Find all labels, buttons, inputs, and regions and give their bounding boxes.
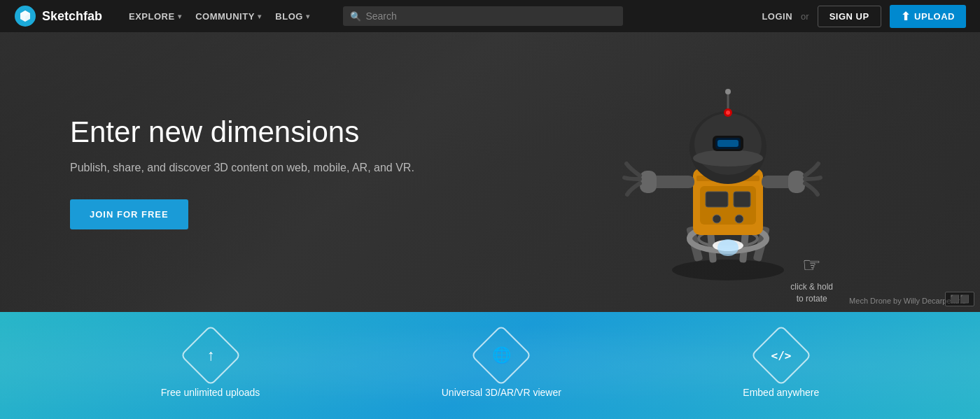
logo-text: Sketchfab (42, 9, 102, 24)
hero-title: Enter new dimensions (70, 115, 414, 150)
community-nav-link[interactable]: COMMUNITY ▾ (190, 11, 267, 22)
uploads-label: Free unlimited uploads (161, 387, 260, 398)
svg-point-1 (672, 260, 784, 280)
uploads-icon-container: ↑ (180, 325, 241, 386)
rotate-hint: ☞ click & hold to rotate (790, 250, 833, 305)
feature-uploads: ↑ Free unlimited uploads (161, 334, 260, 398)
upload-button[interactable]: ⬆ UPLOAD (890, 5, 966, 28)
search-input[interactable] (343, 6, 623, 26)
hero-section: Enter new dimensions Publish, share, and… (0, 32, 980, 312)
features-section: ↑ Free unlimited uploads 🌐 Universal 3D/… (0, 312, 980, 419)
sketchfab-logo-icon (14, 5, 36, 27)
signup-button[interactable]: SIGN UP (818, 6, 881, 27)
explore-nav-link[interactable]: EXPLORE ▾ (123, 11, 187, 22)
blog-nav-link[interactable]: BLOG ▾ (270, 11, 315, 22)
rotate-hint-text: click & hold to rotate (790, 282, 833, 304)
embed-icon: </> (771, 348, 791, 362)
svg-point-25 (725, 89, 731, 94)
nav-links: EXPLORE ▾ COMMUNITY ▾ BLOG ▾ (123, 11, 315, 22)
navbar: Sketchfab EXPLORE ▾ COMMUNITY ▾ BLOG ▾ 🔍… (0, 0, 980, 32)
cursor-icon: ☞ (790, 250, 833, 280)
viewer-icon: 🌐 (492, 346, 511, 364)
svg-point-31 (718, 239, 738, 256)
explore-chevron-icon: ▾ (178, 13, 182, 20)
viewer-label: Universal 3D/AR/VR viewer (442, 387, 561, 398)
svg-point-23 (726, 111, 730, 115)
viewer-icon-container: 🌐 (470, 325, 532, 386)
search-container: 🔍 (343, 6, 623, 26)
svg-point-13 (713, 215, 721, 223)
vr-button[interactable]: ⬛⬛ (945, 292, 974, 306)
feature-embed: </> Embed anywhere (743, 334, 819, 398)
blog-chevron-icon: ▾ (306, 13, 310, 20)
join-free-button[interactable]: JOIN FOR FREE (70, 199, 188, 229)
nav-or-text: or (801, 11, 809, 22)
embed-icon-container: </> (750, 325, 812, 386)
svg-rect-27 (640, 171, 657, 193)
hero-subtitle: Publish, share, and discover 3D content … (70, 162, 414, 174)
upload-icon: ⬆ (901, 10, 911, 23)
feature-viewer: 🌐 Universal 3D/AR/VR viewer (442, 334, 561, 398)
login-link[interactable]: LOGIN (762, 11, 792, 22)
nav-right: LOGIN or SIGN UP ⬆ UPLOAD (762, 5, 966, 28)
svg-point-14 (735, 215, 743, 223)
search-icon: 🔍 (350, 11, 361, 22)
hero-content: Enter new dimensions Publish, share, and… (0, 115, 414, 229)
embed-label: Embed anywhere (743, 387, 819, 398)
logo-link[interactable]: Sketchfab (14, 5, 102, 27)
svg-rect-26 (651, 176, 694, 188)
vr-icon: ⬛⬛ (950, 294, 969, 303)
svg-rect-29 (788, 171, 805, 193)
hero-3d-viewer[interactable]: ☞ click & hold to rotate (518, 32, 938, 312)
community-chevron-icon: ▾ (258, 13, 262, 20)
svg-rect-12 (734, 192, 750, 207)
uploads-icon: ↑ (206, 346, 214, 364)
robot-model: ☞ click & hold to rotate (609, 53, 847, 291)
svg-point-18 (693, 150, 763, 166)
svg-rect-21 (718, 140, 738, 147)
svg-rect-11 (706, 192, 728, 207)
